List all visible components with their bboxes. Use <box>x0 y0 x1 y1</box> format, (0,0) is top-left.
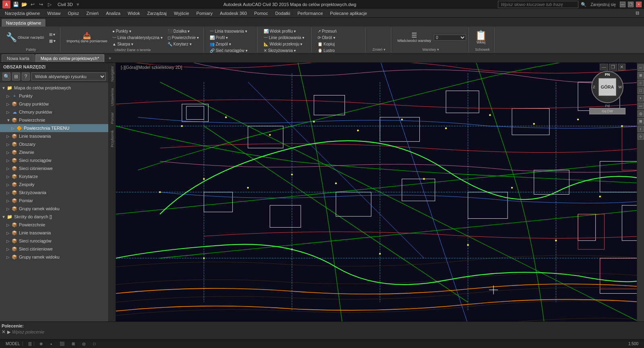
expand-korytarze[interactable]: ▷ <box>6 174 11 179</box>
expand-skrzyz[interactable]: ▷ <box>6 191 11 195</box>
btn-widok-profilu[interactable]: 📊 Widok profilu ▾ <box>262 28 306 34</box>
expand-skroty-pow[interactable]: ▷ <box>6 223 11 227</box>
nav-label-navigator[interactable]: Navigator <box>109 64 115 83</box>
panel-tool-3[interactable]: ? <box>22 72 30 81</box>
btn-dzialka[interactable]: ⬛ Działka ▾ <box>165 28 201 34</box>
btn-linia-tras[interactable]: 〰 Linia trasowania ▾ <box>208 28 250 34</box>
tree-item-skroty-pow[interactable]: ▷ 📦 Powierzchnie <box>0 221 108 229</box>
account-label[interactable]: Zarejestruj się <box>590 2 616 7</box>
btn-linie-prob[interactable]: 〰 Linie próbkowania ▾ <box>262 35 306 41</box>
vp-btn-3[interactable]: ○ <box>638 80 644 86</box>
tree-item-terenu[interactable]: ▷ 🔶 Powierzchnia TERENU <box>0 124 108 132</box>
btn-kopiuj[interactable]: 📋 Kopiuj <box>316 41 343 47</box>
tree-item-skroty-cisn[interactable]: ▷ 📦 Sieci ciśnieniowe <box>0 245 108 253</box>
panel-view-dropdown[interactable]: Widok aktywnego rysunku <box>31 72 106 81</box>
btn-obszar-narzedzi[interactable]: 🔧 Obszar narzędzi <box>4 32 46 43</box>
tree-item-zespoly[interactable]: ▷ 📦 Zespoły <box>0 180 108 188</box>
tree-item-skrzyzowania[interactable]: ▷ 📦 Skrzyżowania <box>0 188 108 197</box>
tree-item-punkty[interactable]: ▷ + Punkty <box>0 92 108 100</box>
expand-sieci-cisn[interactable]: ▷ <box>6 166 11 171</box>
qat-save[interactable]: ↩ <box>29 1 36 8</box>
expand-skroty[interactable]: ▼ <box>2 215 6 219</box>
tree-item-linie-tras[interactable]: ▷ 📦 Linie trasowania <box>0 132 108 140</box>
tree-item-grupy-punktow[interactable]: ▷ 📦 Grupy punktów <box>0 100 108 108</box>
command-input[interactable] <box>12 329 642 334</box>
vp-btn-1[interactable]: ↔ <box>638 64 644 71</box>
btn-p1[interactable]: ⊞ ▾ <box>47 31 58 37</box>
menu-narzedzia[interactable]: Narzędzia główne <box>2 10 43 17</box>
status-isnap[interactable]: ⊞ <box>70 341 77 346</box>
expand-grupy-punk[interactable]: ▷ <box>6 102 11 106</box>
btn-zespol[interactable]: 👥 Zespół ▾ <box>208 41 250 47</box>
btn-profil[interactable]: 📊 Profil ▾ <box>208 35 250 41</box>
tree-item-skroty-ramki[interactable]: ▷ 📦 Grupy ramek widoku <box>0 253 108 261</box>
tree-item-obszary[interactable]: ▷ 📦 Obszary <box>0 140 108 148</box>
menu-autodesk360[interactable]: Autodesk 360 <box>217 10 250 17</box>
nav-label-pomiar[interactable]: Pomiar <box>109 111 115 126</box>
expand-skroty-sieci[interactable]: ▷ <box>6 239 11 243</box>
vp-btn-7[interactable]: ◎ <box>638 110 644 117</box>
status-polar[interactable]: ⬛ <box>58 341 66 346</box>
vp-btn-10[interactable]: ⊹ <box>638 133 644 140</box>
tree-item-powierzchnie[interactable]: ▼ 📦 Powierzchnie <box>0 116 108 124</box>
status-snap[interactable]: ⊕ <box>37 341 45 346</box>
expand-powierzchnie[interactable]: ▼ <box>6 118 11 122</box>
tree-item-sieci-rur[interactable]: ▷ 📦 Sieci rurociągów <box>0 156 108 164</box>
expand-skroty-ramki[interactable]: ▷ <box>6 255 11 259</box>
tree-item-grupy-ramek[interactable]: ▷ 📦 Grupy ramek widoku <box>0 205 108 213</box>
btn-lustro[interactable]: 🪞 Lustro <box>316 48 343 53</box>
expand-grupy-ramek[interactable]: ▷ <box>6 207 11 211</box>
expand-mapa[interactable]: ▼ <box>2 86 6 90</box>
panel-tool-1[interactable]: 🔍 <box>2 72 10 81</box>
status-ortho[interactable]: ∘ <box>48 341 54 346</box>
tree-root-mapa[interactable]: ▼ 📁 Mapa do celów projektowych <box>0 84 108 92</box>
status-zoom[interactable]: 1:500 <box>626 342 641 346</box>
menu-performance[interactable]: Performance <box>294 10 326 17</box>
btn-skarpa[interactable]: ▲ Skarpa ▾ <box>110 41 165 47</box>
menu-pomiary[interactable]: Pomiary <box>193 10 216 17</box>
vp-btn-2[interactable]: ⊞ <box>638 72 644 79</box>
expand-punkty[interactable]: ▷ <box>6 94 11 98</box>
expand-obszary[interactable]: ▷ <box>6 142 11 147</box>
btn-skrzyzowania[interactable]: ✕ Skrzyżowania ▾ <box>262 48 306 53</box>
tree-item-skroty-sieci[interactable]: ▷ 📦 Sieci rurociągów <box>0 237 108 245</box>
menu-zarzadzaj[interactable]: Zarządzaj <box>144 10 170 17</box>
vp-btn-5[interactable]: + <box>638 95 644 102</box>
btn-p2[interactable]: ▦ ▾ <box>47 38 58 44</box>
menu-widok[interactable]: Widok <box>124 10 143 17</box>
cmdbar-close-btn[interactable]: ✕ <box>2 329 6 335</box>
menu-opisz[interactable]: Opisz <box>64 10 82 17</box>
tree-root-skroty[interactable]: ▼ 📁 Skróty do danych [] <box>0 213 108 221</box>
status-lweight[interactable]: □ <box>91 341 97 346</box>
minimize-button[interactable]: — <box>620 2 625 7</box>
btn-obrot[interactable]: ⟳ Obrót ▾ <box>316 35 343 41</box>
menu-wstaw[interactable]: Wstaw <box>44 10 64 17</box>
nav-label-ustawienia[interactable]: Ustawienia <box>109 87 115 108</box>
menu-wyjscie[interactable]: Wyjście <box>171 10 192 17</box>
expand-skroty-cisn[interactable]: ▷ <box>6 247 11 251</box>
btn-siec-rur[interactable]: 🔗 Sieć rurociągów ▾ <box>208 48 250 53</box>
vp-btn-8[interactable]: ⊠ <box>638 118 644 124</box>
expand-sieci-rur[interactable]: ▷ <box>6 158 11 163</box>
tab-narzedzia-glowne[interactable]: Narzędzia główne <box>2 19 45 27</box>
menu-polecane[interactable]: Polecane aplikacje <box>327 10 370 17</box>
panel-tool-2[interactable]: ⊞ <box>12 72 20 81</box>
vp-btn-4[interactable]: □ <box>638 87 644 94</box>
tab-new-button[interactable]: + <box>105 54 115 62</box>
vp-btn-9[interactable]: ↕ <box>638 126 644 132</box>
qat-undo[interactable]: ↪ <box>37 1 45 8</box>
nav-label-przybornik[interactable]: Przybornik <box>109 128 115 149</box>
cad-drawing[interactable]: X <box>116 63 644 321</box>
nav-cube-face-top[interactable]: GÓRA <box>599 78 616 96</box>
expand-pomiar[interactable]: ▷ <box>6 199 11 203</box>
btn-linia-char[interactable]: 〰 Linia charakterystyczna ▾ <box>110 35 165 41</box>
search-icon[interactable]: 🔍 <box>581 2 586 7</box>
tree-item-pomiar[interactable]: ▷ 📦 Pomiar <box>0 197 108 205</box>
expand-linie[interactable]: ▷ <box>6 134 11 139</box>
btn-importuj[interactable]: 📥 Importuj dane pomiarowe <box>64 31 109 44</box>
status-model[interactable]: MODEL <box>3 342 23 346</box>
vp-restore-btn[interactable]: ❐ <box>609 64 617 70</box>
expand-terenu[interactable]: ▷ <box>11 126 16 130</box>
expand-skroty-linie[interactable]: ▷ <box>6 231 11 235</box>
restore-button[interactable]: ❐ <box>628 2 634 7</box>
